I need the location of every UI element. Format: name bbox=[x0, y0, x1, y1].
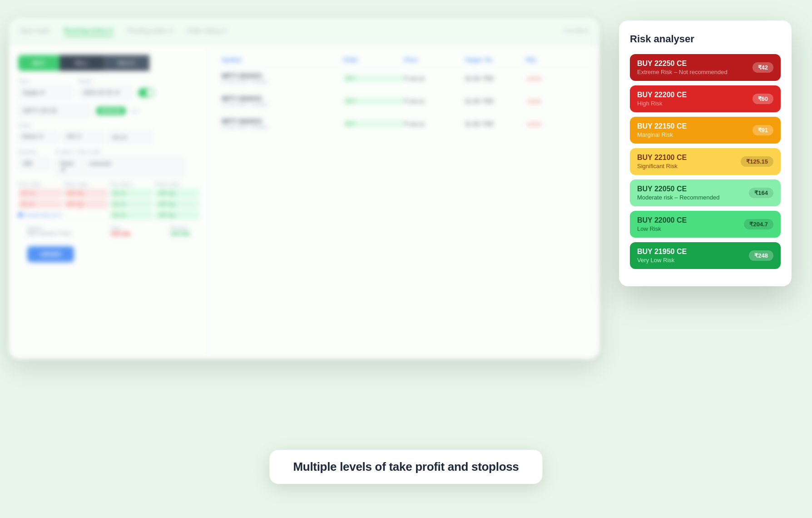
order-buy-badge-3: BUY bbox=[343, 120, 404, 127]
price-cell-3: 00.x% bbox=[110, 189, 154, 198]
risk-item-title-moderate: BUY 22050 CE bbox=[637, 185, 719, 193]
multi-button[interactable]: MULTI bbox=[103, 55, 149, 71]
tab-running-orders[interactable]: Running orders 0 bbox=[64, 25, 113, 36]
risk-item-sub-high: High Risk bbox=[637, 100, 687, 107]
margin-used-label: Margin bbox=[27, 225, 71, 231]
caption-card: Multiple levels of take profit and stopl… bbox=[269, 450, 542, 484]
order-type-select[interactable]: Market ▼ bbox=[18, 131, 59, 144]
price-col-header: Price (Sell) bbox=[18, 182, 62, 187]
risk-item-title-extreme: BUY 22250 CE bbox=[637, 60, 728, 68]
order-price-input[interactable]: xxx.xx bbox=[107, 131, 153, 144]
risk-item-extreme[interactable]: BUY 22250 CE Extreme Risk – Not recommen… bbox=[630, 54, 781, 81]
order-symbol-text-3: NIFTY 2024XXX bbox=[222, 118, 343, 125]
order-buy-badge-1: BUY bbox=[343, 75, 404, 82]
risk-badge-moderate: ₹164 bbox=[749, 188, 773, 198]
tab-order-history[interactable]: Order history 0 bbox=[187, 25, 226, 36]
order-symbol-1: NIFTY 2024XXX 27 Nov 2024 · Intraday bbox=[222, 73, 343, 84]
risk-analyser-title: Risk analyser bbox=[630, 33, 781, 45]
toggle-switch[interactable] bbox=[138, 88, 154, 97]
order-price-3: ₹ xxx.xx bbox=[404, 121, 465, 127]
take-profit-input[interactable]: xxxxxxxx bbox=[84, 157, 184, 176]
position-select[interactable]: None ▼ bbox=[55, 157, 83, 176]
price-cell-5: 00.x% bbox=[110, 210, 154, 219]
risk-badge-low: ₹204.7 bbox=[744, 219, 773, 229]
trading-card-header: Open trade Running orders 0 Pending orde… bbox=[9, 18, 599, 43]
order-date-3: 27 Nov 2024 · Intraday bbox=[222, 125, 343, 130]
tab-pending-orders[interactable]: Pending orders 0 bbox=[128, 25, 173, 36]
order-inputs: Market ▼ MIS ▼ xxx.xx bbox=[18, 131, 199, 144]
col-price: Price bbox=[404, 57, 465, 63]
order-row-3[interactable]: NIFTY 2024XXX 27 Nov 2024 · Intraday BUY… bbox=[216, 113, 592, 135]
return-col-header: Return (qty) bbox=[64, 182, 108, 187]
tab-open-trade[interactable]: Open trade bbox=[20, 25, 50, 36]
order-pnl-1: -xxxxx bbox=[526, 75, 587, 82]
order-target-1: SL 00 / ₹00 bbox=[465, 75, 526, 82]
return-cell-5: 000 Qty bbox=[155, 210, 199, 219]
risk-item-title-marginal: BUY 22150 CE bbox=[637, 122, 687, 130]
order-row: Order Market ▼ MIS ▼ xxx.xx bbox=[18, 123, 199, 144]
instrument-note: xxx bbox=[131, 108, 139, 114]
price-cell-2: 00.x% bbox=[18, 199, 62, 209]
header-right-text: Live data ● bbox=[564, 28, 589, 33]
type-expiry-row: Type Equity ▼ Expiry 2024-XX-XX ▼ bbox=[18, 78, 199, 99]
left-panel: BUY SELL MULTI Type Equity ▼ Expiry 2024… bbox=[9, 46, 209, 359]
order-pnl-3: -xxxxx bbox=[526, 121, 587, 127]
expiry-input[interactable]: 2024-XX-XX ▼ bbox=[78, 86, 133, 99]
risk-item-moderate[interactable]: BUY 22050 CE Moderate risk – Recommended… bbox=[630, 179, 781, 206]
position-label: Position / Take profit bbox=[55, 149, 184, 154]
risk-item-left-marginal: BUY 22150 CE Marginal Risk bbox=[637, 122, 687, 138]
right-panel: Symbol Order Price Target / SL P&L NIFTY… bbox=[209, 46, 599, 359]
orders-table-header: Symbol Order Price Target / SL P&L bbox=[216, 53, 592, 67]
buy-sell-toggle[interactable]: BUY SELL MULTI bbox=[18, 55, 199, 71]
col-symbol: Symbol bbox=[222, 57, 343, 63]
type-input[interactable]: Equity ▼ bbox=[18, 86, 73, 99]
risk-item-verylow[interactable]: BUY 21950 CE Very Low Risk ₹248 bbox=[630, 242, 781, 269]
risk-item-left-high: BUY 22200 CE High Risk bbox=[637, 91, 687, 107]
risk-badge-extreme: ₹42 bbox=[753, 62, 773, 73]
risk-item-sub-marginal: Marginal Risk bbox=[637, 131, 687, 138]
risk-item-sub-low: Low Risk bbox=[637, 225, 687, 232]
quantity-label: Quantity bbox=[18, 149, 50, 154]
order-row-2[interactable]: NIFTY 2024XXX 27 Nov 2024 · Intraday BUY… bbox=[216, 90, 592, 113]
risk-item-low[interactable]: BUY 22000 CE Low Risk ₹204.7 bbox=[630, 211, 781, 238]
price-table: Price (Sell) Return (qty) Price (Buy) Re… bbox=[18, 182, 199, 219]
quantity-input[interactable]: 000 bbox=[18, 157, 50, 170]
order-target-2: SL 00 / ₹00 bbox=[465, 98, 526, 105]
risk-item-title-significant: BUY 22100 CE bbox=[637, 154, 687, 162]
trading-card-body: BUY SELL MULTI Type Equity ▼ Expiry 2024… bbox=[9, 46, 599, 359]
buy-button[interactable]: BUY bbox=[18, 55, 59, 71]
order-symbol-3: NIFTY 2024XXX 27 Nov 2024 · Intraday bbox=[222, 118, 343, 130]
sell-button[interactable]: SELL bbox=[59, 55, 103, 71]
caption-text: Multiple levels of take profit and stopl… bbox=[293, 460, 519, 473]
expiry-field-group: Expiry 2024-XX-XX ▼ bbox=[78, 78, 133, 99]
col-pnl: P&L bbox=[526, 57, 587, 63]
order-symbol-text-1: NIFTY 2024XXX bbox=[222, 73, 343, 79]
col-order: Order bbox=[343, 57, 404, 63]
reward-value: 000.00k bbox=[171, 231, 190, 237]
instrument-input[interactable]: NIFTY CE CE bbox=[18, 105, 91, 117]
instrument-row: NIFTY CE CE MARGIN xxx bbox=[18, 105, 199, 117]
risk-value: 000.00k bbox=[111, 231, 130, 237]
margin-info: Margin Avbl: xxxxxxxx ₹ xxxx bbox=[27, 225, 71, 237]
order-buy-badge-2: BUY bbox=[343, 98, 404, 105]
order-symbol-2: NIFTY 2024XXX 27 Nov 2024 · Intraday bbox=[222, 95, 343, 107]
risk-badge-high: ₹60 bbox=[753, 94, 773, 104]
position-inputs: None ▼ xxxxxxxx bbox=[55, 157, 184, 176]
risk-item-marginal[interactable]: BUY 22150 CE Marginal Risk ₹91 bbox=[630, 117, 781, 144]
order-pnl-2: -xxxxx bbox=[526, 98, 587, 105]
order-submit-button[interactable]: ORDER bbox=[27, 246, 74, 262]
order-label: Order bbox=[18, 123, 199, 128]
col-target: Target / SL bbox=[465, 57, 526, 63]
price-cell-4: 00.x% bbox=[110, 199, 154, 209]
order-sub-select[interactable]: MIS ▼ bbox=[63, 131, 104, 144]
return-cell-4: 000 Qty bbox=[155, 199, 199, 209]
qty-position-row: Quantity 000 Position / Take profit None… bbox=[18, 149, 199, 176]
risk-item-title-low: BUY 22000 CE bbox=[637, 216, 687, 224]
order-row-1[interactable]: NIFTY 2024XXX 27 Nov 2024 · Intraday BUY… bbox=[216, 67, 592, 90]
order-symbol-text-2: NIFTY 2024XXX bbox=[222, 95, 343, 102]
risk-item-significant[interactable]: BUY 22100 CE Significant Risk ₹125.15 bbox=[630, 148, 781, 175]
order-target-3: SL 00 / ₹00 bbox=[465, 121, 526, 127]
risk-item-title-verylow: BUY 21950 CE bbox=[637, 248, 687, 256]
risk-item-high[interactable]: BUY 22200 CE High Risk ₹60 bbox=[630, 85, 781, 112]
margin-used-value: Avbl: xxxxxxxx ₹ xxxx bbox=[27, 231, 71, 236]
